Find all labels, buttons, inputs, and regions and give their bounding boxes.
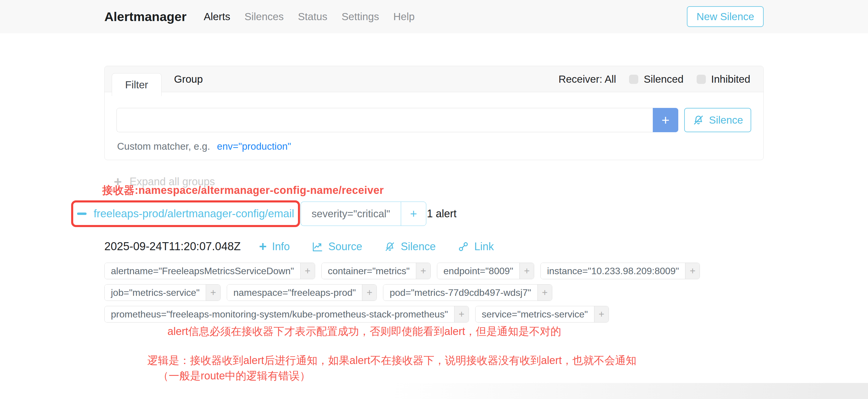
navbar: Alertmanager Alerts Silences Status Sett…	[0, 0, 868, 33]
label-tag-add-button[interactable]: +	[455, 306, 469, 322]
tab-group[interactable]: Group	[162, 66, 215, 92]
source-link[interactable]: Source	[312, 240, 362, 253]
label-row: prometheus="freeleaps-monitoring-system/…	[104, 306, 700, 323]
label-tag: prometheus="freeleaps-monitoring-system/…	[104, 306, 469, 323]
plus-icon: +	[259, 241, 267, 252]
group-matcher-text[interactable]: severity="critical"	[301, 202, 401, 226]
inhibited-checkbox[interactable]	[696, 75, 706, 84]
alert-header-row: 2025-09-24T11:20:07.048Z + Info Source	[104, 240, 494, 253]
annotation-line-1: alert信息必须在接收器下才表示配置成功，否则即使能看到alert，但是通知是…	[167, 324, 561, 339]
info-button[interactable]: + Info	[259, 240, 290, 253]
label-tag-text: namespace="freeleaps-prod"	[227, 284, 362, 301]
nav-item-settings[interactable]: Settings	[342, 11, 379, 23]
label-tag: pod="metrics-77d9cdb497-wdsj7" +	[383, 284, 552, 301]
label-tag: endpoint="8009" +	[437, 263, 534, 279]
label-tag-text: endpoint="8009"	[437, 263, 520, 279]
link-icon	[458, 241, 469, 252]
label-tag: service="metrics-service" +	[475, 306, 609, 323]
label-tag: namespace="freeleaps-prod" +	[227, 284, 377, 301]
matcher-input[interactable]	[117, 108, 653, 132]
group-matcher-add-button[interactable]: +	[401, 202, 426, 226]
annotation-receiver-note: 接收器:namespace/altermanager-config-name/r…	[102, 183, 384, 198]
label-row: alertname="FreeleapsMetricsServiceDown" …	[104, 263, 700, 279]
nav-item-alerts[interactable]: Alerts	[204, 11, 230, 23]
group-matcher-chip: severity="critical" +	[301, 202, 426, 226]
silenced-checkbox-group[interactable]: Silenced	[629, 73, 683, 85]
label-tag: job="metrics-service" +	[104, 284, 221, 301]
label-tag-text: pod="metrics-77d9cdb497-wdsj7"	[383, 284, 537, 301]
link-label: Link	[474, 240, 494, 253]
annotation-line-2: 逻辑是：接收器收到alert后进行通知，如果alert不在接收器下，说明接收器没…	[147, 354, 637, 368]
alert-actions: + Info Source Silence	[259, 240, 494, 253]
label-tag: alertname="FreeleapsMetricsServiceDown" …	[104, 263, 315, 279]
silence-label: Silence	[401, 240, 436, 253]
annotation-line-3: （一般是route中的逻辑有错误）	[158, 369, 310, 383]
alertmanager-page: Alertmanager Alerts Silences Status Sett…	[0, 0, 868, 399]
receiver-group-button-highlighted[interactable]: freeleaps-prod/alertmanager-config/email	[71, 201, 300, 227]
chart-icon	[312, 241, 323, 252]
inhibited-checkbox-group[interactable]: Inhibited	[696, 73, 750, 85]
receiver-group-label: freeleaps-prod/alertmanager-config/email	[94, 208, 294, 220]
label-tag-text: container="metrics"	[322, 263, 416, 279]
filter-card: Filter Group Receiver: All Silenced Inhi…	[104, 66, 764, 160]
bottom-edge-shading	[0, 383, 868, 399]
add-matcher-button[interactable]: +	[653, 108, 678, 132]
nav-item-status[interactable]: Status	[298, 11, 327, 23]
source-label: Source	[329, 240, 362, 253]
matcher-example-link[interactable]: env="production"	[217, 141, 291, 152]
label-tag-add-button[interactable]: +	[594, 306, 609, 322]
new-silence-button[interactable]: New Silence	[687, 6, 764, 27]
bell-slash-icon	[384, 241, 396, 252]
silenced-checkbox[interactable]	[629, 75, 638, 84]
silence-button-label: Silence	[709, 114, 743, 126]
app-title[interactable]: Alertmanager	[104, 9, 186, 24]
label-tag-add-button[interactable]: +	[301, 263, 315, 279]
label-tag: container="metrics" +	[321, 263, 431, 279]
receiver-dropdown[interactable]: Receiver: All	[559, 73, 616, 85]
alert-count: 1 alert	[427, 202, 457, 226]
label-tag-add-button[interactable]: +	[206, 284, 220, 301]
matcher-helper-text: Custom matcher, e.g.	[117, 141, 210, 152]
label-tag-add-button[interactable]: +	[685, 263, 700, 279]
tab-filter[interactable]: Filter	[112, 73, 161, 96]
label-tag-text: prometheus="freeleaps-monitoring-system/…	[105, 306, 455, 322]
silenced-label: Silenced	[644, 73, 683, 85]
label-tag-text: instance="10.233.98.209:8009"	[541, 263, 685, 279]
label-tag-add-button[interactable]: +	[538, 284, 552, 301]
alert-silence-button[interactable]: Silence	[384, 240, 436, 253]
filter-options: Receiver: All Silenced Inhibited	[559, 66, 750, 92]
label-tag-add-button[interactable]: +	[520, 263, 534, 279]
label-tag-add-button[interactable]: +	[362, 284, 376, 301]
label-row: job="metrics-service" + namespace="freel…	[104, 284, 700, 301]
collapse-minus-icon	[77, 213, 87, 215]
matcher-helper: Custom matcher, e.g. env="production"	[117, 141, 291, 152]
label-tag-text: service="metrics-service"	[475, 306, 594, 322]
info-label: Info	[272, 240, 290, 253]
nav-item-silences[interactable]: Silences	[245, 11, 284, 23]
label-tag-add-button[interactable]: +	[416, 263, 430, 279]
bell-slash-icon	[692, 114, 704, 126]
alert-timestamp: 2025-09-24T11:20:07.048Z	[104, 240, 241, 253]
label-tag-text: job="metrics-service"	[105, 284, 206, 301]
permalink-button[interactable]: Link	[458, 240, 494, 253]
nav-links: Alerts Silences Status Settings Help	[204, 11, 414, 23]
matcher-input-group: +	[117, 108, 678, 132]
label-tag: instance="10.233.98.209:8009" +	[540, 263, 700, 279]
inhibited-label: Inhibited	[711, 73, 750, 85]
label-tag-text: alertname="FreeleapsMetricsServiceDown"	[105, 263, 301, 279]
silence-button[interactable]: Silence	[684, 108, 751, 132]
filter-card-header: Filter Group Receiver: All Silenced Inhi…	[105, 66, 763, 92]
alert-labels: alertname="FreeleapsMetricsServiceDown" …	[104, 263, 700, 323]
nav-item-help[interactable]: Help	[393, 11, 415, 23]
